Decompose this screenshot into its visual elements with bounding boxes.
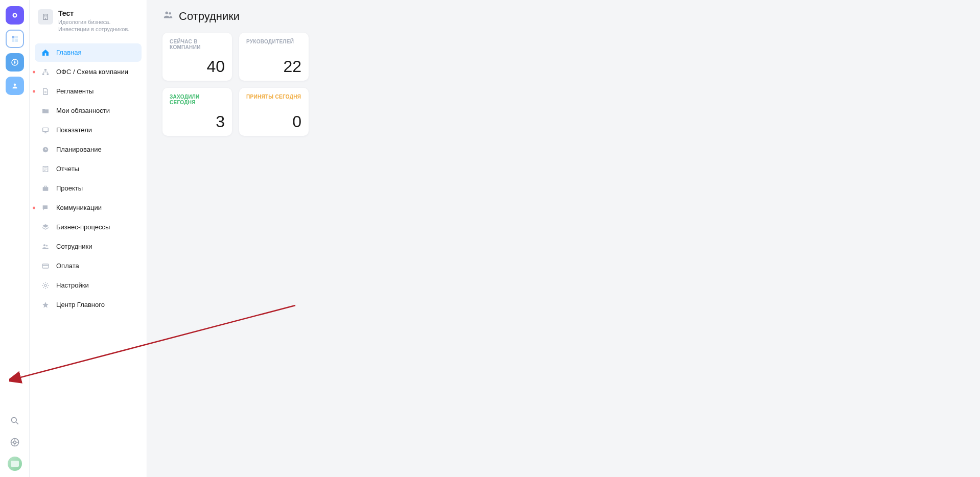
svg-rect-18 [46,15,46,16]
help-icon [10,437,20,447]
nav-item-people[interactable]: Сотрудники [35,237,142,256]
nav-item-card[interactable]: Оплата [35,257,142,275]
nav-item-briefcase[interactable]: Проекты [35,179,142,198]
nav-item-label: Мои обязанности [56,107,110,114]
building-icon [38,9,53,25]
nav-item-label: ОФС / Схема компании [56,68,128,76]
briefcase-icon [41,184,50,193]
stat-card-value: 3 [170,113,225,130]
nav-item-star[interactable]: Центр Главного [35,296,142,314]
search-icon [10,416,20,426]
nav-item-label: Сотрудники [56,243,92,250]
stat-card-value: 40 [170,58,225,75]
nav-item-presentation[interactable]: Показатели [35,121,142,139]
svg-rect-44 [42,264,49,268]
svg-rect-2 [12,36,14,38]
nav-item-document[interactable]: Регламенты [35,82,142,101]
svg-rect-20 [46,16,46,17]
nav-item-label: Главная [56,49,81,56]
nav-item-home[interactable]: Главная [35,43,142,62]
svg-rect-5 [15,39,17,42]
svg-point-46 [44,284,46,287]
svg-rect-3 [15,36,17,38]
nav-list: ГлавнаяОФС / Схема компанииРегламентыМои… [35,43,142,314]
svg-rect-41 [43,187,49,190]
rail-profile-button[interactable] [6,77,24,95]
svg-rect-22 [44,69,46,70]
nav-item-label: Планирование [56,146,102,153]
nav-item-gear[interactable]: Настройки [35,276,142,295]
stat-card-label: ЗАХОДИЛИ СЕГОДНЯ [170,94,225,105]
icon-rail [0,0,30,477]
stat-cards: СЕЙЧАС В КОМПАНИИ 40 РУКОВОДИТЕЛЕЙ 22 ЗА… [162,33,965,136]
nav-item-report[interactable]: Отчеты [35,160,142,178]
stat-card-label: ПРИНЯТЫ СЕГОДНЯ [246,94,301,100]
compass-icon [10,58,19,67]
nav-item-label: Оплата [56,262,79,270]
stat-card-now-in-company[interactable]: СЕЙЧАС В КОМПАНИИ 40 [162,33,232,81]
nav-item-label: Настройки [56,281,89,289]
folder-icon [41,106,50,115]
nav-item-label: Коммуникации [56,204,102,211]
nav-item-org-chart[interactable]: ОФС / Схема компании [35,63,142,81]
presentation-icon [41,126,50,135]
svg-line-9 [16,422,18,424]
nav-item-clock[interactable]: Планирование [35,140,142,159]
svg-point-1 [13,14,16,17]
sidebar: Тест Идеология бизнеса. Инвестиции в сот… [30,0,147,477]
search-button[interactable] [8,414,22,428]
svg-point-43 [46,245,48,246]
svg-point-42 [43,244,45,246]
svg-rect-21 [45,18,45,19]
nav-item-chat[interactable]: Коммуникации [35,199,142,217]
nav-item-label: Центр Главного [56,301,105,308]
org-subtitle: Идеология бизнеса. Инвестиции в сотрудни… [58,18,138,33]
chat-icon [41,203,50,212]
star-icon [41,300,50,309]
avatar-button[interactable] [8,457,22,471]
svg-point-7 [13,84,16,86]
clock-icon [41,145,50,154]
people-icon [162,9,174,23]
home-icon [41,48,50,57]
notification-dot-icon [33,90,35,92]
gear-icon [41,281,50,290]
avatar-icon [11,461,19,467]
notification-dot-icon [33,206,35,209]
nav-item-label: Отчеты [56,165,79,173]
org-title: Тест [58,9,138,17]
org-header[interactable]: Тест Идеология бизнеса. Инвестиции в сот… [35,7,142,39]
svg-point-8 [11,417,16,422]
rail-logo-button[interactable] [6,6,24,25]
org-chart-icon [41,67,50,77]
main-content: Сотрудники СЕЙЧАС В КОМПАНИИ 40 РУКОВОДИ… [147,0,980,477]
nav-item-label: Показатели [56,126,92,134]
document-icon [41,87,50,96]
report-icon [41,164,50,174]
svg-rect-23 [42,73,44,75]
svg-rect-17 [44,15,45,16]
notification-dot-icon [33,70,35,73]
layers-icon [41,223,50,232]
page-title-row: Сотрудники [162,9,965,23]
stat-card-label: РУКОВОДИТЕЛЕЙ [246,39,301,44]
stat-card-hired-today[interactable]: ПРИНЯТЫ СЕГОДНЯ 0 [239,88,309,136]
user-icon [10,81,19,90]
card-icon [41,261,50,271]
svg-point-11 [13,441,16,444]
rail-app-button[interactable] [6,30,24,48]
grid-icon [10,34,19,43]
nav-item-layers[interactable]: Бизнес-процессы [35,218,142,236]
help-button[interactable] [8,435,22,449]
rail-compass-button[interactable] [6,53,24,71]
svg-rect-31 [43,128,49,131]
nav-item-label: Бизнес-процессы [56,223,110,231]
stat-card-managers[interactable]: РУКОВОДИТЕЛЕЙ 22 [239,33,309,81]
nav-item-label: Проекты [56,184,83,192]
svg-rect-4 [12,39,14,42]
page-title: Сотрудники [179,10,240,23]
stat-card-logged-in-today[interactable]: ЗАХОДИЛИ СЕГОДНЯ 3 [162,88,232,136]
nav-item-folder[interactable]: Мои обязанности [35,102,142,120]
stat-card-value: 22 [246,58,301,75]
svg-rect-19 [44,16,45,17]
